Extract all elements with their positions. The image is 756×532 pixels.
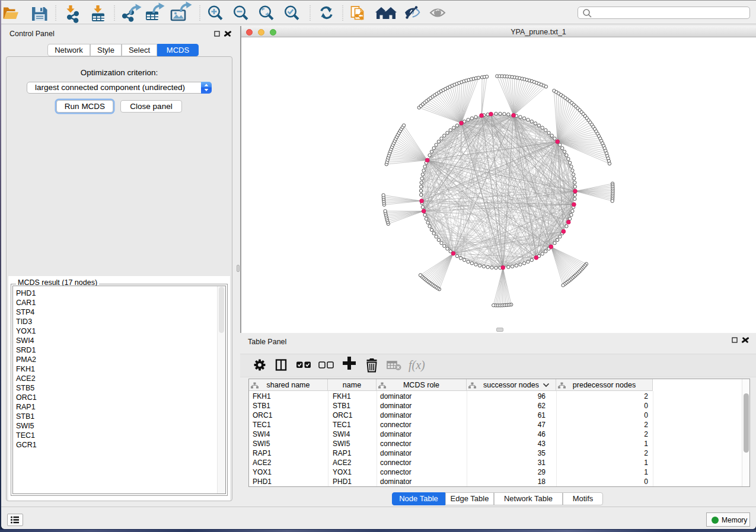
svg-text:f(x): f(x)	[409, 358, 425, 372]
